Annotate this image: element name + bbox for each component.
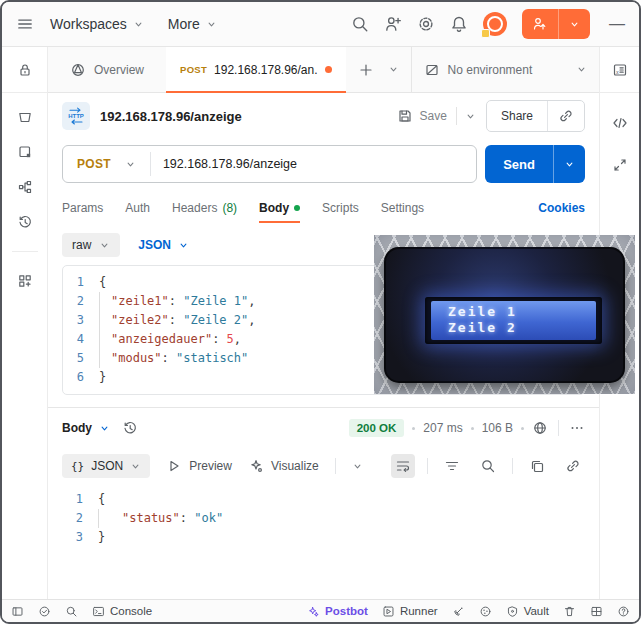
environment-quick-look-icon[interactable]: x <box>612 62 628 78</box>
request-tab-auth[interactable]: Auth <box>125 189 150 227</box>
tab-options-chevron-icon[interactable] <box>388 64 399 75</box>
chevron-down-icon[interactable] <box>352 461 363 472</box>
search-response-button[interactable] <box>476 454 500 478</box>
lock-icon[interactable] <box>17 62 33 78</box>
response-format-selector[interactable]: {} JSON <box>62 454 150 478</box>
avatar-status-badge <box>481 29 490 38</box>
send-options-button[interactable] <box>553 145 585 183</box>
line-number: 4 <box>63 330 99 349</box>
body-format-label: JSON <box>138 238 171 252</box>
hamburger-menu-icon[interactable] <box>16 15 34 33</box>
request-tab-params[interactable]: Params <box>62 189 103 227</box>
workspace-overview-icon <box>70 62 86 78</box>
add-tab-icon[interactable] <box>358 62 374 78</box>
url-row: POST 192.168.178.96/anzeige Send <box>48 139 599 189</box>
link-icon <box>558 108 574 124</box>
response-body-selector[interactable]: Body <box>62 421 110 435</box>
status-badge[interactable]: 200 OK <box>349 419 405 437</box>
visualize-sparkle-icon <box>248 458 264 474</box>
tab-overview[interactable]: Overview <box>48 47 166 92</box>
status-bar-right: Postbot Runner Vault <box>307 605 630 618</box>
response-link-button[interactable] <box>561 454 585 478</box>
environment-selector[interactable]: No environment <box>411 47 599 92</box>
body-type-selector[interactable]: raw <box>62 233 120 257</box>
response-time[interactable]: 207 ms <box>423 421 462 435</box>
line-number: 3 <box>62 528 98 547</box>
filter-lines-icon <box>444 458 460 474</box>
response-history-icon[interactable] <box>122 420 138 436</box>
search-icon[interactable] <box>351 15 369 33</box>
upgrade-split-button[interactable] <box>522 9 590 39</box>
wrap-text-icon <box>395 458 411 474</box>
request-tab-settings[interactable]: Settings <box>381 189 424 227</box>
flows-icon[interactable] <box>17 179 33 195</box>
workspaces-label: Workspaces <box>50 16 127 32</box>
visualize-button[interactable]: Visualize <box>248 458 319 474</box>
tab-request-active[interactable]: POST 192.168.178.96/an. <box>166 47 346 92</box>
status-check-icon[interactable] <box>38 605 51 618</box>
main-header: Workspaces More — <box>2 2 639 47</box>
capture-requests-icon[interactable] <box>452 605 465 618</box>
invite-user-icon[interactable] <box>384 15 402 33</box>
split-pane-icon[interactable] <box>590 605 603 618</box>
more-options-icon[interactable] <box>569 420 585 436</box>
notifications-bell-icon[interactable] <box>450 15 468 33</box>
vault-button[interactable]: Vault <box>506 605 549 618</box>
environments-icon[interactable] <box>17 144 33 160</box>
body-format-selector[interactable]: JSON <box>138 238 189 252</box>
user-avatar[interactable] <box>483 12 507 36</box>
response-body-viewer[interactable]: 1{2"status": "ok"3} <box>48 484 599 547</box>
workspaces-menu[interactable]: Workspaces <box>42 10 152 38</box>
line-number: 2 <box>63 292 99 311</box>
tab-strip: Overview POST 192.168.178.96/an. No envi… <box>48 47 599 93</box>
request-tab-scripts[interactable]: Scripts <box>322 189 359 227</box>
share-button[interactable]: Share <box>487 109 547 123</box>
console-button[interactable]: Console <box>92 605 152 618</box>
svg-text:x: x <box>615 68 619 74</box>
runner-button[interactable]: Runner <box>382 605 438 618</box>
cookie-icon[interactable] <box>479 605 492 618</box>
resize-pane-icon[interactable] <box>612 157 628 173</box>
request-tab-headers[interactable]: Headers(8) <box>172 189 237 227</box>
minimize-window-icon[interactable]: — <box>609 15 625 33</box>
code-snippet-icon[interactable] <box>612 115 628 131</box>
postbot-button[interactable]: Postbot <box>307 605 368 618</box>
save-button[interactable]: Save <box>397 107 476 125</box>
network-globe-icon[interactable] <box>532 420 548 436</box>
right-rail-icons <box>600 93 639 173</box>
chevron-down-icon <box>125 159 136 170</box>
find-icon[interactable] <box>65 605 78 618</box>
response-size[interactable]: 106 B <box>482 421 513 435</box>
link-icon <box>565 458 581 474</box>
send-button[interactable]: Send <box>485 145 553 183</box>
more-menu[interactable]: More <box>160 10 225 38</box>
history-icon[interactable] <box>17 214 33 230</box>
method-selector[interactable]: POST <box>63 157 150 171</box>
preview-button[interactable]: Preview <box>166 458 232 474</box>
code-line: 3} <box>62 528 585 547</box>
body-has-content-dot <box>294 205 300 211</box>
vault-icon <box>506 605 519 618</box>
save-options-button[interactable] <box>456 107 476 125</box>
environment-quick-look-cell: x <box>600 47 639 93</box>
code-line: 2"status": "ok" <box>62 509 585 528</box>
send-split-button: Send <box>485 145 585 183</box>
upgrade-main-button[interactable] <box>522 9 558 39</box>
toggle-sidebar-icon[interactable] <box>11 605 24 618</box>
request-tab-body[interactable]: Body <box>259 189 300 227</box>
trash-icon[interactable] <box>563 605 576 618</box>
user-up-arrow-icon <box>532 16 548 32</box>
filter-button[interactable] <box>440 454 464 478</box>
cookies-link[interactable]: Cookies <box>538 201 585 215</box>
upgrade-dropdown-button[interactable] <box>558 9 590 39</box>
blocks-icon[interactable] <box>17 273 33 289</box>
collections-icon[interactable] <box>17 109 33 125</box>
copy-link-button[interactable] <box>547 101 584 131</box>
settings-gear-icon[interactable] <box>417 15 435 33</box>
help-icon[interactable] <box>617 605 630 618</box>
copy-response-button[interactable] <box>525 454 549 478</box>
line-number: 2 <box>62 509 98 528</box>
wrap-text-button[interactable] <box>391 454 415 478</box>
url-field[interactable]: 192.168.178.96/anzeige <box>151 157 309 171</box>
overview-tab-label: Overview <box>94 63 144 77</box>
